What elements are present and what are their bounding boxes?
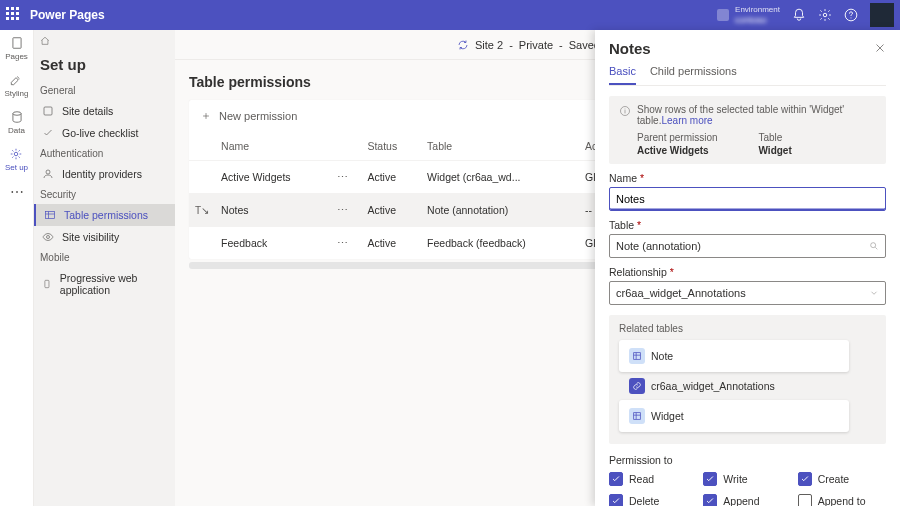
- rail-styling-label: Styling: [4, 89, 28, 98]
- svg-point-11: [871, 243, 876, 248]
- new-permission-label: New permission: [219, 110, 297, 122]
- sidebar-pwa-label: Progressive web application: [60, 272, 167, 296]
- link-icon: [629, 378, 645, 394]
- perm-read[interactable]: Read: [609, 472, 697, 486]
- related-chip-relationship[interactable]: cr6aa_widget_Annotations: [619, 378, 775, 394]
- breadcrumb-home[interactable]: [34, 36, 175, 54]
- gear-icon[interactable]: [818, 8, 832, 22]
- col-name: Name: [215, 132, 331, 161]
- perm-create[interactable]: Create: [798, 472, 886, 486]
- sidebar-table-permissions[interactable]: Table permissions: [34, 204, 175, 226]
- row-more-icon[interactable]: ⋯: [331, 227, 361, 260]
- perm-write[interactable]: Write: [703, 472, 791, 486]
- sidebar-go-live-label: Go-live checklist: [62, 127, 138, 139]
- brand: Power Pages: [30, 8, 105, 22]
- app-launcher-icon[interactable]: [6, 7, 22, 23]
- sync-icon[interactable]: [457, 39, 469, 51]
- table-icon: [629, 408, 645, 424]
- group-mobile: Mobile: [34, 248, 175, 267]
- table-label: Table *: [609, 219, 886, 231]
- info-box: Show rows of the selected table within '…: [609, 96, 886, 164]
- tab-basic[interactable]: Basic: [609, 65, 636, 85]
- avatar[interactable]: [870, 3, 894, 27]
- tab-child-permissions[interactable]: Child permissions: [650, 65, 737, 85]
- svg-rect-9: [45, 280, 49, 287]
- svg-point-4: [15, 152, 19, 156]
- sidebar-go-live[interactable]: Go-live checklist: [34, 122, 175, 144]
- group-auth: Authentication: [34, 144, 175, 163]
- table-select[interactable]: Note (annotation): [609, 234, 886, 258]
- text-annotation-icon: T↘: [189, 194, 215, 227]
- rail-setup[interactable]: Set up: [5, 147, 28, 172]
- environment-icon: [717, 9, 729, 21]
- name-label: Name *: [609, 172, 886, 184]
- learn-more-link[interactable]: Learn more: [661, 115, 712, 126]
- row-more-icon[interactable]: ⋯: [331, 194, 361, 227]
- col-table: Table: [421, 132, 579, 161]
- rail-pages-label: Pages: [5, 52, 28, 61]
- svg-point-6: [46, 170, 50, 174]
- environment-value: contoso: [735, 15, 780, 25]
- perm-append-to[interactable]: Append to: [798, 494, 886, 506]
- search-icon: [869, 241, 879, 251]
- row-more-icon[interactable]: ⋯: [331, 161, 361, 194]
- sidebar-site-visibility[interactable]: Site visibility: [34, 226, 175, 248]
- svg-point-0: [823, 13, 827, 17]
- rail-styling[interactable]: Styling: [4, 73, 28, 98]
- rail-data-label: Data: [8, 126, 25, 135]
- toolbar-state: Private: [519, 39, 553, 51]
- perm-delete[interactable]: Delete: [609, 494, 697, 506]
- rail-data[interactable]: Data: [8, 110, 25, 135]
- related-chip-widget[interactable]: Widget: [619, 400, 849, 432]
- sidebar-title: Set up: [34, 54, 175, 81]
- svg-rect-5: [44, 107, 52, 115]
- toolbar-site-name: Site 2: [475, 39, 503, 51]
- related-tables: Related tables Note cr6aa_widget_Annotat…: [609, 315, 886, 444]
- sidebar-pwa[interactable]: Progressive web application: [34, 267, 175, 301]
- table-icon: [629, 348, 645, 364]
- svg-point-3: [12, 112, 20, 116]
- svg-rect-7: [46, 212, 55, 219]
- close-icon[interactable]: [874, 42, 886, 56]
- sidebar-site-details[interactable]: Site details: [34, 100, 175, 122]
- panel-title: Notes: [609, 40, 651, 57]
- help-icon[interactable]: [844, 8, 858, 22]
- svg-rect-12: [634, 353, 641, 360]
- edit-panel: Notes Basic Child permissions Show rows …: [595, 30, 900, 506]
- relationship-select[interactable]: cr6aa_widget_Annotations: [609, 281, 886, 305]
- perm-append[interactable]: Append: [703, 494, 791, 506]
- environment-switcher[interactable]: Environment contoso: [717, 5, 780, 25]
- related-chip-note[interactable]: Note: [619, 340, 849, 372]
- chevron-down-icon: [869, 288, 879, 298]
- col-status: Status: [361, 132, 421, 161]
- svg-point-8: [47, 236, 50, 239]
- bell-icon[interactable]: [792, 8, 806, 22]
- group-general: General: [34, 81, 175, 100]
- sidebar-identity-providers[interactable]: Identity providers: [34, 163, 175, 185]
- sidebar-idp-label: Identity providers: [62, 168, 142, 180]
- rail-pages[interactable]: Pages: [5, 36, 28, 61]
- sidebar-site-visibility-label: Site visibility: [62, 231, 119, 243]
- rail-more-icon[interactable]: ⋯: [10, 184, 24, 200]
- info-icon: [619, 105, 631, 117]
- permission-to-label: Permission to: [609, 454, 886, 466]
- sidebar-site-details-label: Site details: [62, 105, 113, 117]
- sidebar-table-permissions-label: Table permissions: [64, 209, 148, 221]
- svg-rect-2: [12, 38, 20, 49]
- environment-label: Environment: [735, 5, 780, 15]
- relationship-label: Relationship *: [609, 266, 886, 278]
- group-security: Security: [34, 185, 175, 204]
- svg-rect-13: [634, 413, 641, 420]
- name-input[interactable]: [609, 187, 886, 211]
- rail-setup-label: Set up: [5, 163, 28, 172]
